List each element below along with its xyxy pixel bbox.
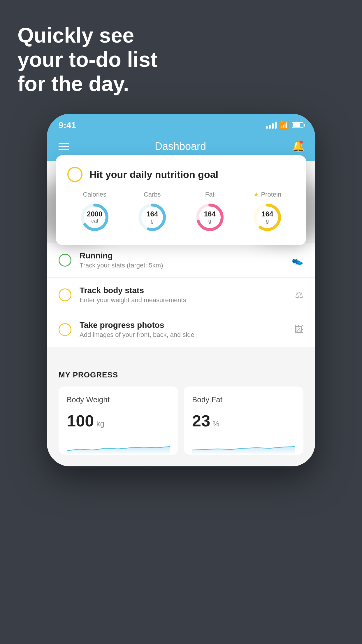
- progress-card-title: Body Fat: [192, 395, 295, 404]
- progress-num: 23: [192, 411, 210, 430]
- todo-text-running: Running Track your stats (target: 5km): [80, 251, 284, 269]
- phone-frame: 9:41 📶 Dashboard 🔔 THINGS TO DO TOD: [47, 114, 315, 466]
- hero-line1: Quickly see: [17, 23, 157, 48]
- status-time: 9:41: [59, 120, 76, 130]
- todo-item-running[interactable]: Running Track your stats (target: 5km) 👟: [47, 243, 315, 278]
- wifi-icon: 📶: [280, 121, 289, 130]
- progress-value: 100 kg: [67, 411, 170, 430]
- progress-unit: kg: [96, 419, 104, 428]
- donut-center: 164 g: [204, 210, 216, 224]
- nutrition-label-fat: Fat: [205, 191, 215, 198]
- nutrition-item-fat: Fat 164 g: [194, 191, 226, 233]
- todo-text-body-stats: Track body stats Enter your weight and m…: [80, 286, 287, 304]
- todo-subtitle-body-stats: Enter your weight and measurements: [80, 296, 287, 304]
- todo-title-running: Running: [80, 251, 284, 260]
- nutrition-item-calories: Calories 2000 cal: [79, 191, 111, 233]
- progress-value: 23 %: [192, 411, 295, 430]
- phone-content: THINGS TO DO TODAY Hit your daily nutrit…: [47, 161, 315, 466]
- donut-center: 164 g: [261, 210, 273, 224]
- nav-title: Dashboard: [155, 140, 206, 153]
- todo-icon-running: 👟: [292, 255, 303, 266]
- progress-card-body-fat[interactable]: Body Fat 23 %: [184, 386, 303, 455]
- donut-center: 164 g: [146, 210, 158, 224]
- donut-protein: 164 g: [251, 201, 283, 233]
- notification-badge: [299, 140, 303, 144]
- progress-card-title: Body Weight: [67, 395, 170, 404]
- hero-line2: your to-do list: [17, 48, 157, 72]
- signal-icon: [266, 122, 277, 129]
- sparkline-chart: [67, 436, 170, 454]
- nutrition-label-carbs: Carbs: [144, 191, 161, 198]
- nutrition-card: Hit your daily nutrition goal Calories 2…: [56, 155, 306, 245]
- donut-carbs: 164 g: [136, 201, 168, 233]
- nutrition-label-protein: ★Protein: [253, 191, 281, 198]
- nutrition-item-carbs: Carbs 164 g: [136, 191, 168, 233]
- todo-circle-running: [59, 254, 71, 267]
- todo-subtitle-progress-photos: Add images of your front, back, and side: [80, 331, 286, 339]
- card-check-circle[interactable]: [67, 167, 82, 182]
- sparkline-chart: [192, 436, 295, 454]
- star-icon: ★: [253, 191, 259, 198]
- todo-circle-progress-photos: [59, 323, 71, 336]
- todo-title-body-stats: Track body stats: [80, 286, 287, 295]
- hero-text: Quickly see your to-do list for the day.: [17, 23, 157, 96]
- nutrition-label-calories: Calories: [83, 191, 106, 198]
- card-header: Hit your daily nutrition goal: [67, 167, 295, 182]
- hero-line3: for the day.: [17, 72, 157, 96]
- notification-bell-button[interactable]: 🔔: [292, 140, 303, 153]
- status-icons: 📶: [266, 121, 303, 130]
- progress-num: 100: [67, 411, 94, 430]
- todo-list: Running Track your stats (target: 5km) 👟…: [47, 243, 315, 347]
- nutrition-item-protein: ★Protein 164 g: [251, 191, 283, 233]
- progress-heading: MY PROGRESS: [59, 370, 303, 379]
- nutrition-row: Calories 2000 cal Carbs 164 g Fat 164 g …: [67, 191, 295, 233]
- donut-center: 2000 cal: [87, 210, 102, 224]
- todo-subtitle-running: Track your stats (target: 5km): [80, 262, 284, 269]
- donut-fat: 164 g: [194, 201, 226, 233]
- todo-item-progress-photos[interactable]: Take progress photos Add images of your …: [47, 312, 315, 347]
- menu-button[interactable]: [59, 143, 69, 150]
- progress-section: MY PROGRESS Body Weight 100 kg Body Fat …: [47, 359, 315, 455]
- progress-card-body-weight[interactable]: Body Weight 100 kg: [59, 386, 178, 455]
- todo-text-progress-photos: Take progress photos Add images of your …: [80, 321, 286, 339]
- status-bar: 9:41 📶: [47, 114, 315, 134]
- progress-unit: %: [212, 419, 219, 428]
- todo-item-body-stats[interactable]: Track body stats Enter your weight and m…: [47, 278, 315, 312]
- card-title: Hit your daily nutrition goal: [89, 169, 218, 180]
- todo-icon-progress-photos: 🖼: [294, 324, 303, 335]
- donut-calories: 2000 cal: [79, 201, 111, 233]
- progress-cards: Body Weight 100 kg Body Fat 23 %: [59, 386, 303, 455]
- todo-icon-body-stats: ⚖: [295, 289, 303, 300]
- battery-icon: [292, 122, 303, 128]
- todo-title-progress-photos: Take progress photos: [80, 321, 286, 330]
- todo-circle-body-stats: [59, 288, 71, 301]
